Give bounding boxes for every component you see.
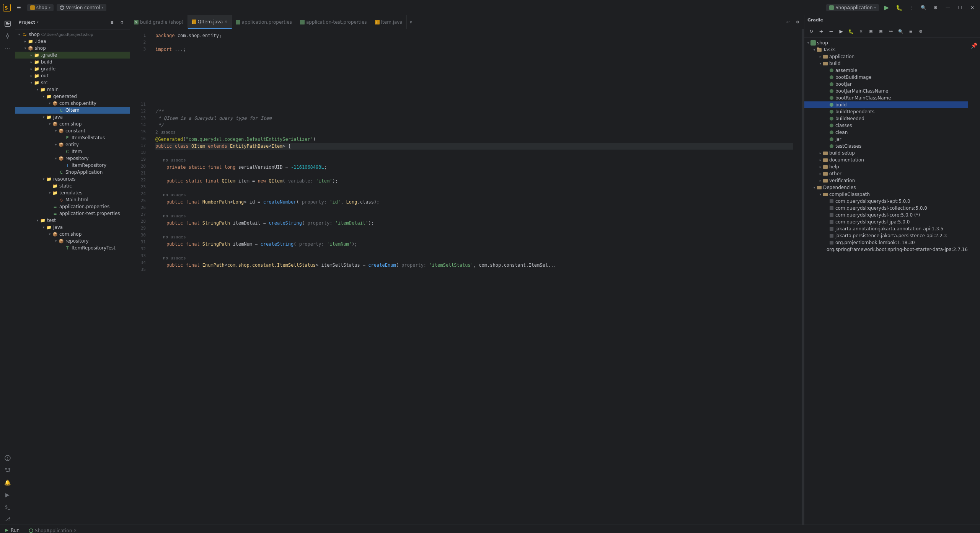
more-actions-button[interactable]: ⋮ (907, 3, 916, 12)
gradle-item-dep4[interactable]: com.querydsl:querydsl-jpa:5.0.0 (804, 218, 968, 225)
tree-item-generated[interactable]: ▾ 📁 generated (15, 93, 130, 100)
gradle-item-dep2[interactable]: com.querydsl:querydsl-collections:5.0.0 (804, 205, 968, 212)
tree-item-test-com-shop[interactable]: ▾ 📦 com.shop (15, 231, 130, 238)
tree-item-templates[interactable]: ▾ 📁 templates (15, 189, 130, 196)
tree-item-item[interactable]: C Item (15, 148, 130, 155)
tree-item-build[interactable]: ▸ 📁 build (15, 59, 130, 65)
vcs-widget[interactable]: Version control ▾ (57, 4, 106, 11)
sidebar-icon-notifications[interactable]: 🔔 (2, 477, 13, 488)
tree-item-qitem[interactable]: C QItem (15, 107, 130, 114)
tab-build-gradle[interactable]: G build.gradle (shop) (130, 15, 188, 29)
project-name-widget[interactable]: shop ▾ (27, 4, 54, 11)
tree-item-test[interactable]: ▾ 📁 test (15, 217, 130, 224)
gradle-minus-button[interactable]: − (827, 27, 836, 36)
gradle-item-build-tasks[interactable]: ▾ build (804, 60, 968, 67)
sidebar-icon-structure[interactable] (2, 465, 13, 476)
bottom-tab-shopapp-close[interactable]: ✕ (73, 528, 77, 533)
tree-item-test-java[interactable]: ▾ 📁 java (15, 224, 130, 231)
tree-item-com-shop[interactable]: ▾ 📦 com.shop (15, 121, 130, 127)
restore-button[interactable]: ☐ (956, 3, 965, 12)
gradle-item-assemble[interactable]: assemble (804, 67, 968, 74)
run-button[interactable]: ▶ (882, 3, 891, 12)
editor-toolbar-settings[interactable]: ⚙ (793, 18, 802, 27)
tree-item-gradle[interactable]: ▸ 📁 .gradle (15, 52, 130, 59)
sidebar-icon-git[interactable]: ⎇ (2, 514, 13, 525)
gradle-item-dep6[interactable]: jakarta.persistence:jakarta.persistence-… (804, 232, 968, 239)
tree-item-itemrepositorytest[interactable]: T ItemRepositoryTest (15, 244, 130, 251)
gradle-item-tasks[interactable]: ▾ Tasks (804, 46, 968, 53)
gradle-item-clean[interactable]: clean (804, 129, 968, 136)
editor-toolbar-recent[interactable]: ↩ (783, 18, 792, 27)
tree-item-app-test-props[interactable]: ≡ application-test.properties (15, 210, 130, 217)
gradle-item-build-task[interactable]: build (804, 101, 968, 108)
tree-item-static[interactable]: 📁 static (15, 183, 130, 189)
tree-item-test-repository[interactable]: ▾ 📦 repository (15, 238, 130, 244)
gradle-item-dep1[interactable]: com.querydsl:querydsl-apt:5.0.0 (804, 198, 968, 205)
gradle-item-verification[interactable]: ▸ verification (804, 177, 968, 184)
search-everywhere-button[interactable]: 🔍 (919, 3, 928, 12)
tree-item-itemrepository[interactable]: I ItemRepository (15, 162, 130, 169)
gradle-item-compileclasspath[interactable]: ▾ compileClasspath (804, 191, 968, 198)
gradle-item-shop-root[interactable]: ▾ shop (804, 39, 968, 46)
settings-button[interactable]: ⚙ (931, 3, 940, 12)
collapse-all-button[interactable]: ≡ (108, 18, 117, 27)
tab-close-qitem[interactable]: ✕ (224, 20, 227, 24)
sidebar-icon-run-panel[interactable]: ▶ (2, 489, 13, 500)
tab-item-java[interactable]: J Item.java (371, 15, 407, 29)
tree-item-constant[interactable]: ▾ 📦 constant (15, 127, 130, 134)
gradle-item-buildneeded[interactable]: buildNeeded (804, 115, 968, 122)
tree-item-out[interactable]: ▸ 📁 out (15, 72, 130, 79)
gradle-search-button[interactable]: 🔍 (896, 27, 905, 36)
bottom-tab-run[interactable]: Run (0, 525, 24, 533)
gradle-item-bootrunmainclassname[interactable]: bootRunMainClassName (804, 95, 968, 101)
menu-item-hamburger[interactable]: ☰ (14, 4, 24, 11)
gradle-item-testclasses[interactable]: testClasses (804, 143, 968, 150)
gradle-item-documentation[interactable]: ▸ documentation (804, 156, 968, 163)
gradle-settings-button[interactable]: ⚙ (916, 27, 925, 36)
sidebar-icon-terminal[interactable]: $_ (2, 502, 13, 512)
close-button[interactable]: ✕ (968, 3, 977, 12)
gradle-item-dep5[interactable]: jakarta.annotation:jakarta.annotation-ap… (804, 225, 968, 232)
tree-item-main[interactable]: ▾ 📁 main (15, 86, 130, 93)
gradle-item-builddependents[interactable]: buildDependents (804, 108, 968, 115)
gradle-item-dep3[interactable]: com.querydsl:querydsl-core:5.0.0 (*) (804, 212, 968, 218)
gradle-pin-button[interactable]: 📌 (970, 41, 979, 50)
code-content[interactable]: package com.shop.entity; import ...; /**… (149, 29, 799, 525)
gradle-toggle-button[interactable]: ✕ (856, 27, 866, 36)
tab-application-properties[interactable]: application.properties (232, 15, 296, 29)
tree-item-idea[interactable]: ▸ 📁 .idea (15, 38, 130, 45)
gradle-item-dep8[interactable]: org.springframework.boot:spring-boot-sta… (804, 246, 968, 253)
gradle-run-button[interactable]: ▶ (837, 27, 846, 36)
tree-item-repository[interactable]: ▾ 📦 repository (15, 155, 130, 162)
tree-item-src[interactable]: ▾ 📁 src (15, 79, 130, 86)
gradle-item-bootjarmainclassname[interactable]: bootJarMainClassName (804, 88, 968, 95)
tab-application-test-properties[interactable]: application-test.properties (296, 15, 371, 29)
gradle-item-help[interactable]: ▸ help (804, 163, 968, 170)
tab-qitem-java[interactable]: J QItem.java ✕ (188, 15, 232, 29)
debug-button[interactable]: 🐛 (894, 3, 903, 12)
gradle-item-dependencies[interactable]: ▾ Dependencies (804, 184, 968, 191)
gradle-item-bootbuildimage[interactable]: bootBuildImage (804, 74, 968, 81)
sidebar-icon-problems[interactable] (2, 453, 13, 463)
minimize-button[interactable]: — (943, 3, 952, 12)
gradle-expand-button[interactable]: ⊞ (866, 27, 876, 36)
tree-item-mainhtml[interactable]: ◇ Main.html (15, 196, 130, 203)
gradle-item-classes[interactable]: classes (804, 122, 968, 129)
sidebar-icon-commit[interactable] (2, 31, 13, 41)
gradle-item-build-setup[interactable]: ▸ build setup (804, 150, 968, 156)
gradle-collapse-button[interactable]: ⊟ (876, 27, 885, 36)
gradle-add-button[interactable]: + (817, 27, 826, 36)
tree-item-entity[interactable]: ▾ 📦 entity (15, 141, 130, 148)
gradle-refresh-button[interactable]: ↻ (807, 27, 816, 36)
run-config-widget[interactable]: ShopApplication ▾ (826, 4, 879, 11)
sidebar-icon-project[interactable] (2, 18, 13, 29)
gradle-item-jar[interactable]: jar (804, 136, 968, 143)
tree-item-gradle2[interactable]: ▸ 📁 gradle (15, 65, 130, 72)
tree-item-com-shop-entity[interactable]: ▾ 📦 com.shop.entity (15, 100, 130, 107)
tree-item-shopapplication[interactable]: C ShopApplication (15, 169, 130, 176)
gradle-item-bootjar[interactable]: bootJar (804, 81, 968, 88)
tree-item-app-props[interactable]: ≡ application.properties (15, 203, 130, 210)
editor-scrollbar[interactable] (799, 29, 804, 525)
bottom-tab-shopapp[interactable]: ShopApplication ✕ (24, 525, 82, 533)
code-editor[interactable]: 1 2 3 11 12 13 14 15 16 17 18 19 2 (130, 29, 804, 525)
